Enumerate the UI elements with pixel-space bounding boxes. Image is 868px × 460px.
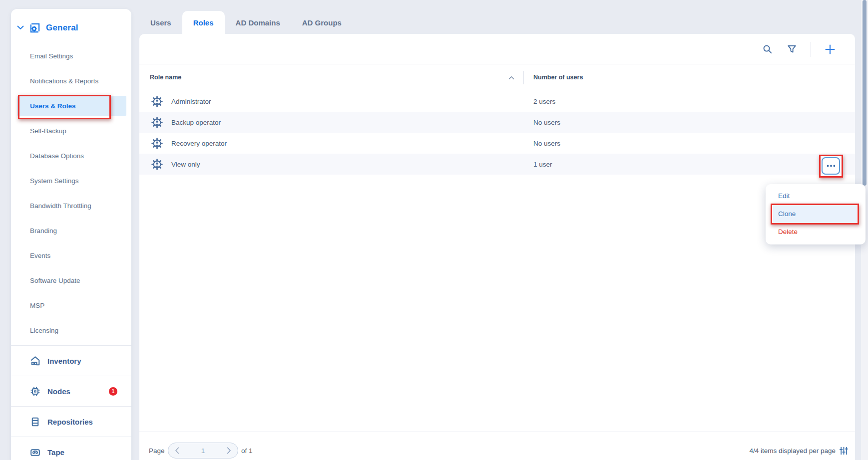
sidebar-item[interactable]: Self-Backup: [11, 118, 131, 143]
column-separator: [523, 71, 524, 84]
chevron-left-icon[interactable]: [175, 447, 179, 454]
sidebar-item[interactable]: MSP: [11, 293, 131, 318]
tab[interactable]: AD Domains: [225, 11, 291, 34]
sidebar-item-label: Database Options: [30, 152, 84, 160]
sidebar-section-label: Inventory: [47, 357, 81, 365]
sidebar-section-label: Tape: [47, 448, 64, 457]
filter-icon[interactable]: [786, 43, 798, 55]
sidebar-section-nodes[interactable]: Nodes 1: [11, 376, 131, 406]
sidebar-item[interactable]: Email Settings: [11, 43, 131, 68]
role-icon: [151, 137, 163, 150]
search-icon[interactable]: [762, 43, 773, 55]
page-total-label: of 1: [241, 442, 253, 460]
sidebar-item-label: Events: [30, 252, 50, 259]
page-scrollbar-thumb[interactable]: [863, 0, 867, 186]
page-label: Page: [149, 442, 165, 460]
sidebar-section-label: Nodes: [47, 387, 70, 396]
table-row[interactable]: Administrator 2 users: [139, 91, 855, 112]
role-user-count: 1 user: [533, 161, 552, 168]
repositories-icon: [29, 416, 41, 428]
sidebar-item[interactable]: Bandwidth Throttling: [11, 193, 131, 218]
sidebar-item[interactable]: Software Update: [11, 268, 131, 293]
sidebar-item-label: System Settings: [30, 177, 79, 185]
items-displayed-label: 4/4 items displayed per page: [749, 447, 836, 455]
context-menu-item[interactable]: Edit: [766, 187, 866, 205]
current-page-value[interactable]: 1: [201, 447, 205, 455]
sidebar-item-label: Software Update: [30, 277, 80, 284]
sidebar-section-label: Repositories: [47, 418, 93, 426]
sort-asc-icon[interactable]: [508, 76, 514, 80]
row-more-options-button[interactable]: [822, 157, 840, 175]
more-options-icon: [827, 165, 836, 167]
sidebar-section-repositories[interactable]: Repositories: [11, 406, 131, 437]
role-name: Backup operator: [171, 119, 221, 126]
context-menu-item[interactable]: Clone: [773, 205, 857, 223]
sidebar-section-label: General: [46, 23, 78, 33]
sidebar-item-label: Licensing: [30, 327, 58, 334]
role-icon: [151, 116, 163, 129]
role-name: Recovery operator: [171, 140, 227, 147]
chevron-down-icon: [17, 25, 24, 30]
roles-table: Administrator 2 users: [139, 91, 855, 175]
roles-panel: Role name Number of users: [139, 34, 855, 460]
sidebar-item[interactable]: Licensing: [11, 318, 131, 343]
context-menu-item[interactable]: Delete: [766, 223, 866, 241]
role-user-count: 2 users: [533, 98, 555, 105]
sidebar-item[interactable]: System Settings: [11, 168, 131, 193]
table-row[interactable]: Backup operator No users: [139, 112, 855, 133]
nodes-alert-badge: 1: [109, 387, 117, 396]
role-name: View only: [171, 161, 200, 168]
page-size-sliders-icon[interactable]: [840, 447, 848, 455]
nodes-icon: [29, 385, 41, 398]
tab-label: Users: [150, 18, 171, 27]
tab-label: AD Domains: [236, 18, 280, 27]
role-user-count: No users: [533, 119, 560, 126]
general-items-list: Email Settings Notifications & Reports U…: [11, 43, 131, 343]
row-context-menu: Edit Clone Delete: [766, 184, 866, 244]
sidebar-item[interactable]: Users & Roles: [11, 93, 131, 118]
roles-table-header: Role name Number of users: [139, 64, 855, 91]
roles-toolbar: [139, 34, 855, 64]
tape-icon: [29, 446, 41, 459]
add-icon[interactable]: [824, 43, 836, 55]
sidebar-item-label: Bandwidth Throttling: [30, 202, 91, 210]
tab[interactable]: AD Groups: [291, 11, 353, 34]
tab[interactable]: Users: [139, 11, 182, 34]
footer-divider: [139, 432, 855, 432]
toolbar-divider: [811, 42, 811, 57]
role-user-count: No users: [533, 140, 560, 147]
sidebar-item[interactable]: Events: [11, 243, 131, 268]
role-name: Administrator: [171, 98, 211, 105]
inventory-icon: [29, 355, 41, 367]
sidebar-item-label: Users & Roles: [30, 102, 76, 110]
chevron-right-icon[interactable]: [227, 447, 231, 454]
sidebar-section-inventory[interactable]: Inventory: [11, 345, 131, 376]
sidebar-item[interactable]: Branding: [11, 218, 131, 243]
sidebar-item-label: MSP: [30, 302, 44, 309]
column-header-role-name[interactable]: Role name: [150, 64, 181, 91]
pagination-bar: Page 1 of 1 4/4 items displayed per page: [139, 442, 855, 460]
context-menu-item-label: Clone: [778, 210, 796, 218]
table-row[interactable]: View only 1 user: [139, 154, 855, 175]
tab[interactable]: Roles: [182, 11, 225, 34]
tab-label: AD Groups: [302, 18, 342, 27]
general-settings-icon: [28, 21, 41, 34]
sidebar-item[interactable]: Database Options: [11, 143, 131, 168]
tab-label: Roles: [193, 18, 214, 27]
context-menu-item-label: Delete: [778, 228, 798, 235]
sidebar-item-label: Notifications & Reports: [30, 77, 98, 85]
page-number-control[interactable]: 1: [168, 443, 238, 459]
sidebar-item-label: Branding: [30, 227, 57, 234]
table-row[interactable]: Recovery operator No users: [139, 133, 855, 154]
sidebar-section-tape[interactable]: Tape: [11, 437, 131, 460]
role-icon: [151, 158, 163, 171]
sidebar-item-label: Self-Backup: [30, 127, 66, 135]
sidebar-item-label: Email Settings: [30, 52, 73, 60]
sidebar-sections: Inventory Nodes 1: [11, 345, 131, 460]
sidebar-section-general[interactable]: General: [11, 9, 131, 43]
context-menu-item-label: Edit: [778, 192, 790, 200]
settings-sidebar: General Email Settings Notifications & R…: [11, 9, 131, 460]
users-roles-tabbar: Users Roles AD Domains AD Groups: [139, 11, 353, 34]
column-header-number-of-users[interactable]: Number of users: [533, 64, 583, 91]
sidebar-item[interactable]: Notifications & Reports: [11, 68, 131, 93]
